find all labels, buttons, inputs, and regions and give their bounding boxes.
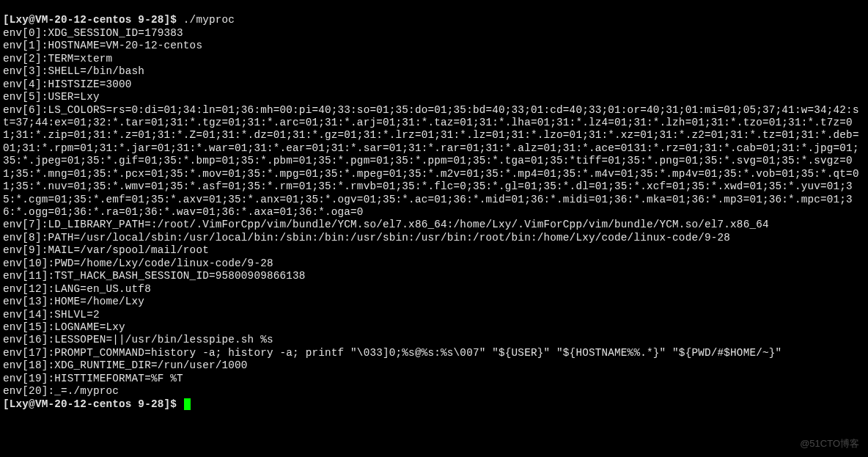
env-line: env[4]:HISTSIZE=3000 <box>3 78 865 91</box>
env-line: env[18]:XDG_RUNTIME_DIR=/run/user/1000 <box>3 359 865 372</box>
env-line: env[9]:MAIL=/var/spool/mail/root <box>3 244 865 257</box>
env-line: env[6]:LS_COLORS=rs=0:di=01;34:ln=01;36:… <box>3 104 865 219</box>
prompt-line-1: [Lxy@VM-20-12-centos 9-28]$ ./myproc <box>3 14 865 26</box>
env-line: env[19]:HISTTIMEFORMAT=%F %T <box>3 373 865 385</box>
env-line: env[15]:LOGNAME=Lxy <box>3 321 865 334</box>
cursor-block <box>184 398 191 410</box>
env-line: env[3]:SHELL=/bin/bash <box>3 65 865 78</box>
watermark-text: @51CTO博客 <box>800 438 859 450</box>
shell-prompt: [Lxy@VM-20-12-centos 9-28]$ <box>3 14 177 26</box>
env-line: env[20]:_=./myproc <box>3 385 865 398</box>
env-line: env[17]:PROMPT_COMMAND=history -a; histo… <box>3 347 865 359</box>
env-line: env[8]:PATH=/usr/local/sbin:/usr/local/b… <box>3 232 865 244</box>
env-line: env[13]:HOME=/home/Lxy <box>3 296 865 308</box>
env-line: env[1]:HOSTNAME=VM-20-12-centos <box>3 40 865 52</box>
env-line: env[16]:LESSOPEN=||/usr/bin/lesspipe.sh … <box>3 334 865 346</box>
shell-prompt: [Lxy@VM-20-12-centos 9-28]$ <box>3 398 177 410</box>
env-line: env[12]:LANG=en_US.utf8 <box>3 283 865 296</box>
env-line: env[7]:LD_LIBRARY_PATH=:/root/.VimForCpp… <box>3 219 865 231</box>
typed-command: ./myproc <box>183 14 235 26</box>
env-line: env[5]:USER=Lxy <box>3 91 865 103</box>
env-line: env[2]:TERM=xterm <box>3 53 865 65</box>
env-line: env[10]:PWD=/home/Lxy/code/linux-code/9-… <box>3 257 865 270</box>
env-line: env[11]:TST_HACK_BASH_SESSION_ID=9580090… <box>3 270 865 282</box>
env-line: env[0]:XDG_SESSION_ID=179383 <box>3 27 865 40</box>
env-line: env[14]:SHLVL=2 <box>3 309 865 321</box>
terminal-output[interactable]: [Lxy@VM-20-12-centos 9-28]$ ./myprocenv[… <box>0 0 868 426</box>
prompt-line-2[interactable]: [Lxy@VM-20-12-centos 9-28]$ <box>3 398 865 411</box>
